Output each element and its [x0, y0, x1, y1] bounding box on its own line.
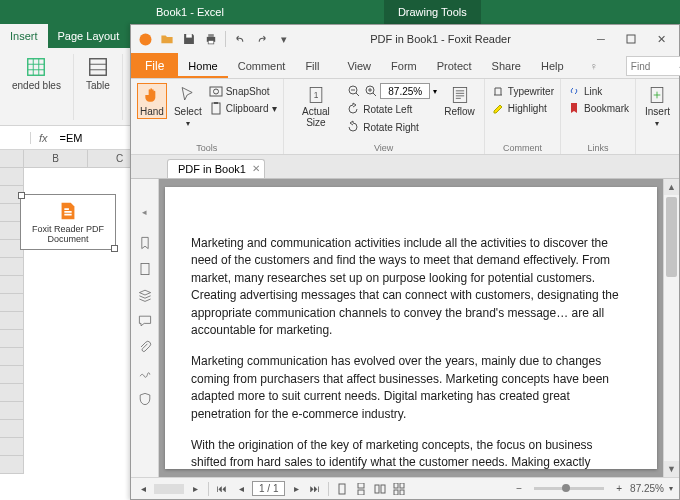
svg-rect-27	[394, 483, 398, 488]
tab-share[interactable]: Share	[482, 53, 531, 78]
view-group-label: View	[284, 143, 484, 153]
tab-view[interactable]: View	[337, 53, 381, 78]
typewriter-button[interactable]: Typewriter	[491, 83, 554, 99]
maximize-button[interactable]	[617, 29, 645, 49]
bookmark-button[interactable]: Bookmark	[567, 100, 629, 116]
drawing-tools-context[interactable]: Drawing Tools	[384, 0, 481, 24]
svg-rect-15	[310, 88, 322, 103]
svg-text:1: 1	[314, 90, 319, 100]
prev-page-icon[interactable]: ◂	[233, 481, 249, 497]
zoom-in-status-icon[interactable]: +	[611, 481, 627, 497]
scrollbar-vertical[interactable]: ▲ ▼	[663, 179, 679, 477]
scroll-left-icon[interactable]: ◂	[135, 481, 151, 497]
svg-rect-23	[358, 483, 364, 488]
select-all-cell[interactable]	[0, 150, 24, 167]
document-tabs: PDF in Book1 ✕	[131, 155, 679, 179]
close-button[interactable]: ✕	[647, 29, 675, 49]
hscroll-track[interactable]	[154, 484, 184, 494]
zoom-in-button[interactable]	[363, 83, 379, 99]
tab-form[interactable]: Form	[381, 53, 427, 78]
first-page-icon[interactable]: ⏮	[214, 481, 230, 497]
rotate-right-button[interactable]: Rotate Right	[346, 119, 437, 135]
scroll-right-icon[interactable]: ▸	[187, 481, 203, 497]
svg-rect-21	[141, 263, 149, 274]
clipboard-button[interactable]: Clipboard ▾	[209, 100, 277, 116]
last-page-icon[interactable]: ⏭	[307, 481, 323, 497]
col-header-b[interactable]: B	[24, 150, 88, 167]
tab-page-layout[interactable]: Page Layout	[48, 24, 130, 48]
table-button[interactable]: Table	[82, 54, 114, 93]
svg-rect-9	[627, 35, 635, 43]
rotate-left-button[interactable]: Rotate Left	[346, 101, 437, 117]
save-icon[interactable]	[179, 29, 199, 49]
zoom-dropdown-icon[interactable]: ▾	[667, 484, 675, 493]
print-icon[interactable]	[201, 29, 221, 49]
minimize-button[interactable]: ─	[587, 29, 615, 49]
redo-icon[interactable]	[252, 29, 272, 49]
svg-rect-28	[400, 483, 404, 488]
link-button[interactable]: Link	[567, 83, 629, 99]
svg-rect-6	[207, 37, 215, 42]
snapshot-button[interactable]: SnapShot	[209, 83, 277, 99]
zoom-slider[interactable]	[534, 487, 604, 490]
open-icon[interactable]	[157, 29, 177, 49]
comments-panel-icon[interactable]	[135, 311, 155, 331]
attachments-panel-icon[interactable]	[135, 337, 155, 357]
paragraph-3: With the origination of the key of marke…	[191, 437, 631, 472]
scroll-thumb[interactable]	[666, 197, 677, 277]
reflow-button[interactable]: Reflow	[441, 83, 478, 119]
facing-continuous-icon[interactable]	[391, 481, 407, 497]
facing-icon[interactable]	[372, 481, 388, 497]
zoom-out-button[interactable]	[346, 83, 362, 99]
svg-rect-0	[28, 59, 45, 76]
next-page-icon[interactable]: ▸	[288, 481, 304, 497]
paragraph-2: Marketing communication has evolved over…	[191, 353, 631, 423]
foxit-pdf-icon	[57, 200, 79, 222]
panel-collapse-icon[interactable]: ◂	[142, 203, 147, 227]
embedded-pdf-object[interactable]: Foxit Reader PDF Document	[20, 194, 116, 250]
select-tool-button[interactable]: Select▾	[171, 83, 205, 131]
scroll-down-icon[interactable]: ▼	[664, 461, 679, 477]
svg-point-17	[349, 86, 357, 94]
layers-panel-icon[interactable]	[135, 285, 155, 305]
zoom-out-status-icon[interactable]: −	[511, 481, 527, 497]
page-view[interactable]: Marketing and communication activities i…	[159, 179, 663, 477]
actual-size-button[interactable]: 1 Actual Size	[290, 83, 343, 130]
search-input[interactable]	[627, 61, 675, 72]
tab-fill-sign[interactable]: Fill & Sign	[295, 53, 337, 78]
tab-protect[interactable]: Protect	[427, 53, 482, 78]
qat-dropdown-icon[interactable]: ▾	[274, 29, 294, 49]
signatures-panel-icon[interactable]	[135, 363, 155, 383]
foxit-app-icon[interactable]	[135, 29, 155, 49]
svg-rect-25	[375, 485, 379, 493]
hand-tool-button[interactable]: Hand	[137, 83, 167, 119]
security-panel-icon[interactable]	[135, 389, 155, 409]
search-box[interactable]: ◂ ▸	[626, 56, 680, 76]
scroll-up-icon[interactable]: ▲	[664, 179, 679, 195]
search-prev-icon[interactable]: ◂	[675, 60, 680, 73]
highlight-button[interactable]: Highlight	[491, 100, 554, 116]
svg-rect-26	[381, 485, 385, 493]
tab-insert[interactable]: Insert	[0, 24, 48, 48]
tab-comment[interactable]: Comment	[228, 53, 296, 78]
tab-help[interactable]: Help	[531, 53, 574, 78]
continuous-icon[interactable]	[353, 481, 369, 497]
pages-panel-icon[interactable]	[135, 259, 155, 279]
paragraph-1: Marketing and communication activities i…	[191, 235, 631, 339]
doc-tab-close-icon[interactable]: ✕	[252, 163, 260, 174]
doc-tab-pdf[interactable]: PDF in Book1 ✕	[167, 159, 265, 178]
tab-home[interactable]: Home	[178, 53, 227, 78]
file-tab[interactable]: File	[131, 53, 178, 78]
recommended-tables-button[interactable]: ended bles	[8, 54, 65, 93]
bookmarks-panel-icon[interactable]	[135, 233, 155, 253]
zoom-field[interactable]	[380, 83, 430, 99]
single-page-icon[interactable]	[334, 481, 350, 497]
svg-rect-1	[90, 59, 107, 76]
svg-point-4	[139, 33, 151, 45]
tell-me[interactable]: ♀ Tell me…	[580, 53, 626, 78]
svg-rect-14	[214, 102, 218, 104]
insert-button[interactable]: Insert▾	[642, 83, 673, 131]
fx-icon[interactable]: fx	[30, 132, 56, 144]
undo-icon[interactable]	[230, 29, 250, 49]
page-indicator[interactable]: 1 / 1	[252, 481, 285, 496]
